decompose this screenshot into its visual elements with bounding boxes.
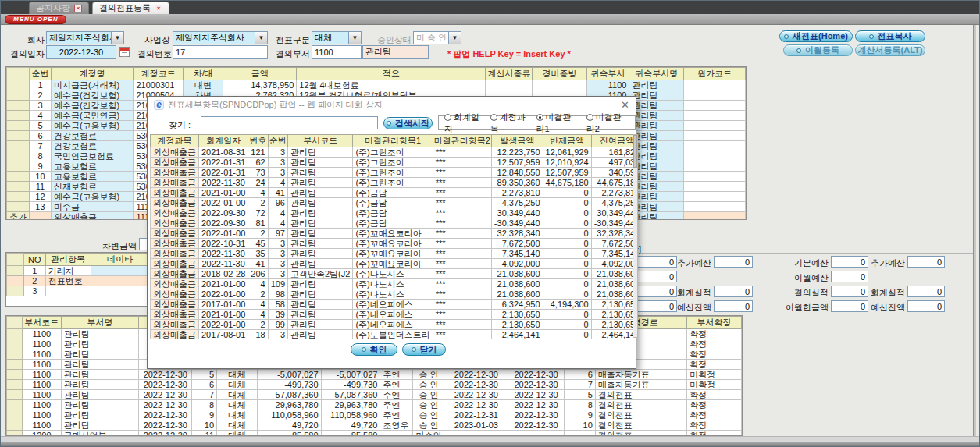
cell-slip-type[interactable]: 대체 (217, 410, 258, 420)
cell-account-name[interactable]: 예수금(국민연금) (51, 111, 134, 121)
cell-writer[interactable]: 주엔 (380, 400, 413, 410)
cell-seq[interactable]: 41 (268, 188, 287, 198)
find-input[interactable] (201, 116, 378, 129)
cell-seq[interactable]: 3 (268, 259, 287, 269)
cell-account-date[interactable]: 2022-01-00 (199, 320, 248, 330)
cell-no[interactable]: 4 (248, 300, 268, 310)
cell-account-date[interactable]: 2017-08-01 (199, 330, 248, 339)
cell-seq[interactable]: 10 (30, 172, 52, 182)
calendar-icon[interactable] (119, 47, 130, 57)
cell-open-item1[interactable]: (주)네오피에스 (353, 320, 433, 330)
cell-no[interactable]: 73 (248, 168, 268, 178)
cell-dept-name[interactable]: 관리팀 (61, 410, 139, 420)
cell-seq[interactable]: 13 (30, 202, 52, 212)
cell-balance-amount[interactable]: 2,130,650 (591, 310, 633, 320)
cell-dept-confirm[interactable]: 확정 (687, 420, 742, 431)
cell-no[interactable]: 6 (192, 380, 217, 390)
cell-slip-type[interactable]: 대체 (217, 400, 258, 410)
cell-open-item2[interactable]: *** (433, 208, 491, 218)
cell-occur-amount[interactable]: 21,038,600 (491, 289, 543, 300)
cell-credit-amount[interactable]: 49,720 (321, 420, 380, 431)
cell-seq[interactable]: 4 (30, 111, 52, 121)
cell-account-date[interactable] (508, 431, 565, 437)
cell-balance-amount[interactable]: 340,591 (591, 168, 633, 178)
cell-dept-name[interactable]: 관리팀 (61, 390, 139, 400)
cell-open-item2[interactable]: *** (433, 269, 491, 279)
cell-no[interactable]: 10 (192, 420, 217, 431)
cell-account-name[interactable]: 외상매출금 (51, 212, 134, 221)
cell-open-item2[interactable]: *** (433, 330, 491, 339)
cell-dept[interactable]: 관리팀 (288, 310, 353, 320)
cell-cost-code[interactable] (683, 141, 745, 151)
cell-open-item2[interactable]: *** (433, 249, 491, 259)
cell-account[interactable]: 외상매출금 (151, 218, 199, 229)
cell-no[interactable]: 35 (248, 249, 268, 259)
cell-row-marker[interactable] (7, 141, 30, 151)
cell-open-item2[interactable]: *** (433, 229, 491, 239)
cell-occur-amount[interactable]: 2,273,810 (491, 188, 543, 198)
cell-occur-amount[interactable]: 2,464,141 (491, 330, 543, 339)
cell-approval-status[interactable]: 승 인 (413, 370, 444, 380)
cell-dept-confirm[interactable]: 확정 (687, 329, 742, 339)
cell-no[interactable]: 24 (248, 178, 268, 188)
cell-dept-code[interactable]: 1100 (22, 329, 61, 339)
chevron-down-icon[interactable]: ▼ (111, 32, 123, 44)
cell-no[interactable]: 2 (248, 198, 268, 208)
cell-cost-code[interactable] (683, 182, 745, 192)
cell-row-marker[interactable] (7, 131, 30, 141)
cell-no[interactable]: 72 (248, 208, 268, 218)
cell-row-marker[interactable] (7, 390, 23, 400)
cell-account-date[interactable]: 2018-02-28 (199, 269, 248, 279)
cell-amount[interactable]: 14,378,950 (223, 80, 297, 90)
cell-account[interactable]: 외상매출금 (151, 330, 199, 339)
cell-date[interactable]: 2022-12-30 (139, 420, 192, 431)
cell-no[interactable]: 62 (248, 158, 268, 168)
cell-dept[interactable]: 관리팀 (288, 300, 353, 310)
cell-account-date[interactable]: 2022-12-30 (508, 420, 565, 431)
cell-account-name[interactable]: 예수금(고용보험) (51, 192, 134, 202)
cell-date[interactable]: 2022-12-30 (139, 400, 192, 410)
cell-approval-date[interactable]: 2022-12-30 (444, 390, 508, 400)
cell-occur-amount[interactable]: 2,130,650 (491, 320, 543, 330)
cell-dept-name[interactable]: 관리팀 (61, 339, 139, 349)
cell-open-item1[interactable]: (주)금담 (353, 218, 433, 229)
cell-seq[interactable]: 9 (30, 161, 52, 172)
cell-dept-confirm[interactable]: 미확정 (687, 380, 742, 390)
cell-dept[interactable]: 고객만족2팀(J2 (288, 269, 353, 279)
cell-dept[interactable]: 관리팀 (288, 147, 353, 158)
cell-repaid-amount[interactable]: 0 (543, 218, 591, 229)
cell-expense-evidence[interactable] (533, 80, 586, 90)
cell-dept[interactable]: 관리팀 (288, 218, 353, 229)
cell-credit-amount[interactable]: 57,087,360 (321, 390, 380, 400)
cell-row-marker[interactable] (7, 410, 23, 420)
carryover-button[interactable]: 이월등록 (783, 44, 853, 56)
cell-open-item2[interactable]: *** (433, 147, 491, 158)
cell-credit-amount[interactable]: -5,007,027 (321, 370, 380, 380)
cell-slip-type[interactable]: 대체 (217, 431, 258, 437)
cell-row-marker[interactable] (7, 172, 30, 182)
cell-debit-amount[interactable]: -5,007,027 (257, 370, 321, 380)
cell-dept-code[interactable]: 1100 (22, 360, 61, 370)
resolution-no-input[interactable] (173, 45, 268, 59)
cell-occur-amount[interactable]: 12,507,959 (491, 158, 543, 168)
cell-account-date[interactable]: 2022-01-00 (199, 289, 248, 300)
cell-open-item2[interactable]: *** (433, 178, 491, 188)
cell-balance-amount[interactable]: 21,038,600 (591, 269, 633, 279)
cell-open-item2[interactable]: *** (433, 218, 491, 229)
window-right-scrollbar[interactable] (973, 25, 976, 436)
cell-row-marker[interactable] (7, 202, 30, 212)
cell-approval-status[interactable]: 승 인 (413, 380, 444, 390)
cell-dept[interactable]: 관리팀 (288, 289, 353, 300)
cell-no[interactable]: 41 (248, 259, 268, 269)
cell-no[interactable]: 121 (248, 147, 268, 158)
budget-value-field[interactable]: 0 (714, 300, 753, 312)
cell-no[interactable]: 4 (248, 310, 268, 320)
cell-open-item1[interactable]: (주)꼬매요코리아 (353, 259, 433, 269)
chevron-down-icon[interactable]: ▼ (448, 32, 461, 44)
cell-row-marker[interactable]: 추가 (7, 212, 30, 221)
cell-input-path[interactable]: 결의전표 (595, 431, 686, 437)
cell-row-marker[interactable] (7, 286, 24, 296)
budget-value-field[interactable]: 0 (831, 256, 868, 268)
cell-balance-amount[interactable]: 21,038,600 (591, 289, 633, 300)
cell-seq[interactable]: 1 (30, 80, 52, 90)
